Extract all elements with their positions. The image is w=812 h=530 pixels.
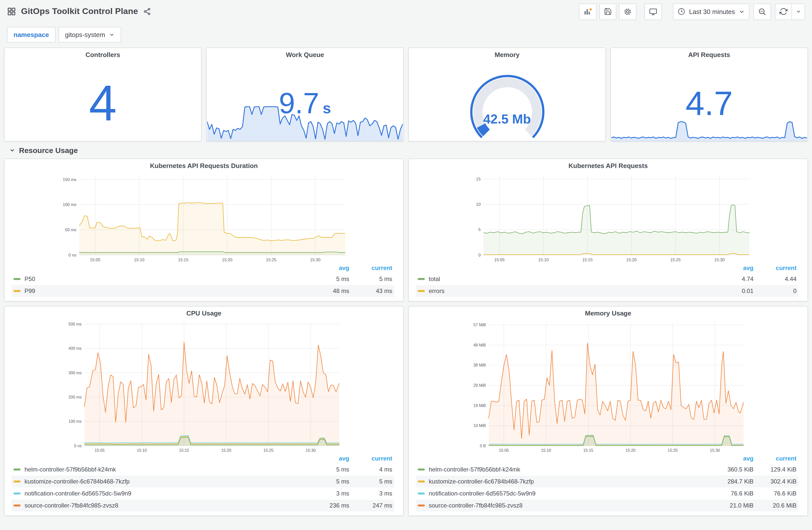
legend-series-label[interactable]: total xyxy=(418,276,704,282)
legend-col-avg[interactable]: avg xyxy=(299,455,349,462)
panel-title[interactable]: CPU Usage xyxy=(4,307,403,320)
legend-current-value: 4 ms xyxy=(349,466,392,473)
legend-series-label[interactable]: P99 xyxy=(14,288,299,294)
legend-series-label[interactable]: notification-controller-6d56575dc-5w9n9 xyxy=(14,490,299,497)
stat-value-memory: 42.5 Mb xyxy=(409,112,605,127)
panel-cpu-usage: CPU Usage 15:0515:1015:1515:2015:2515:30… xyxy=(4,306,404,516)
svg-text:29 MiB: 29 MiB xyxy=(473,383,486,387)
legend-series-label[interactable]: helm-controller-57f9b56bbf-k24mk xyxy=(418,466,704,473)
svg-text:15:05: 15:05 xyxy=(95,448,104,453)
series-color-dash xyxy=(14,481,20,483)
legend-col-current[interactable]: current xyxy=(349,265,392,271)
submenu: namespace gitops-system xyxy=(0,23,812,47)
cycle-view-mode-button[interactable] xyxy=(644,3,662,20)
svg-text:0 B: 0 B xyxy=(480,443,486,448)
panel-title[interactable]: Memory xyxy=(409,48,605,61)
variable-namespace-label[interactable]: namespace xyxy=(7,27,56,43)
legend-col-avg[interactable]: avg xyxy=(704,455,753,462)
legend-series-label[interactable]: errors xyxy=(418,288,704,294)
legend-current-value: 4.44 xyxy=(753,276,797,282)
svg-text:57 MiB: 57 MiB xyxy=(473,323,486,327)
svg-text:10: 10 xyxy=(476,202,481,207)
panel-work-queue: Work Queue 9.7 s xyxy=(206,47,404,142)
legend: avgcurrenttotal4.744.44errors0.010 xyxy=(409,263,808,301)
svg-text:15:30: 15:30 xyxy=(306,448,316,453)
variable-namespace-value[interactable]: gitops-system xyxy=(59,27,121,43)
time-range-picker[interactable]: Last 30 minutes xyxy=(673,3,750,20)
legend-col-current[interactable]: current xyxy=(753,265,797,271)
svg-text:19 MiB: 19 MiB xyxy=(473,403,486,408)
legend-row: source-controller-7fb84fc985-zvsz821.0 M… xyxy=(416,500,798,512)
legend-col-current[interactable]: current xyxy=(753,455,797,462)
legend-series-label[interactable]: kustomize-controller-6c6784b468-7kzfp xyxy=(14,478,299,485)
chevron-down-icon xyxy=(9,147,15,153)
panel-title[interactable]: API Requests xyxy=(611,48,808,61)
stats-row: Controllers 4 Work Queue 9.7 s Memory xyxy=(4,47,808,142)
legend-row: helm-controller-57f9b56bbf-k24mk5 ms4 ms xyxy=(12,463,394,475)
stat-value-controllers: 4 xyxy=(89,74,117,132)
panel-title[interactable]: Kubernetes API Requests xyxy=(409,159,808,173)
series-color-dash xyxy=(14,290,20,292)
legend-avg-value: 4.74 xyxy=(704,276,753,282)
k8s-api-requests-chart: 15:0515:1015:1515:2015:2515:30051015 xyxy=(409,173,808,263)
legend: avgcurrentP505 ms5 msP9948 ms43 ms xyxy=(4,263,403,301)
panel-title[interactable]: Kubernetes API Requests Duration xyxy=(4,159,403,173)
svg-text:15:10: 15:10 xyxy=(538,257,549,262)
dashboards-grid-icon[interactable] xyxy=(7,7,16,16)
legend-header: avgcurrent xyxy=(12,263,394,273)
svg-text:0 ns: 0 ns xyxy=(74,443,82,448)
panel-k8s-api-requests: Kubernetes API Requests 15:0515:1015:151… xyxy=(408,159,808,301)
save-dashboard-button[interactable] xyxy=(599,3,617,20)
svg-text:15:25: 15:25 xyxy=(668,448,678,453)
legend-row: notification-controller-6d56575dc-5w9n97… xyxy=(416,487,798,500)
grafana-dashboard: GitOps Toolkit Control Plane xyxy=(0,0,812,530)
chevron-down-icon xyxy=(109,32,115,38)
dashboard-settings-button[interactable] xyxy=(619,3,636,20)
legend-avg-value: 76.6 KiB xyxy=(704,490,753,497)
legend-series-label[interactable]: notification-controller-6d56575dc-5w9n9 xyxy=(418,490,704,497)
panel-api-requests: API Requests 4.7 xyxy=(610,47,808,142)
legend-series-label[interactable]: kustomize-controller-6c6784b468-7kzfp xyxy=(418,478,704,485)
legend-col-avg[interactable]: avg xyxy=(704,265,753,271)
svg-text:15:20: 15:20 xyxy=(222,257,232,262)
panel-title[interactable]: Work Queue xyxy=(207,48,403,61)
svg-text:150 ms: 150 ms xyxy=(63,177,76,182)
legend-series-label[interactable]: source-controller-7fb84fc985-zvsz8 xyxy=(14,502,299,509)
svg-text:300 ms: 300 ms xyxy=(69,370,82,375)
legend-series-label[interactable]: P50 xyxy=(14,276,299,282)
panel-controllers: Controllers 4 xyxy=(4,47,202,142)
row-resource-usage[interactable]: Resource Usage xyxy=(4,142,808,159)
svg-text:15:25: 15:25 xyxy=(263,448,273,453)
series-color-dash xyxy=(418,469,425,471)
legend-current-value: 0 xyxy=(753,288,797,294)
legend-series-label[interactable]: source-controller-7fb84fc985-zvsz8 xyxy=(418,502,704,509)
legend: avgcurrenthelm-controller-57f9b56bbf-k24… xyxy=(409,454,808,515)
dashboard-title: GitOps Toolkit Control Plane xyxy=(21,6,138,16)
svg-text:0 ns: 0 ns xyxy=(69,253,76,257)
panel-k8s-api-requests-duration: Kubernetes API Requests Duration 15:0515… xyxy=(4,159,404,301)
legend-series-label[interactable]: helm-controller-57f9b56bbf-k24mk xyxy=(14,466,299,473)
legend-avg-value: 21.0 MiB xyxy=(704,502,753,509)
refresh-button[interactable] xyxy=(775,3,792,20)
svg-text:15:20: 15:20 xyxy=(221,448,231,453)
legend-row: P9948 ms43 ms xyxy=(12,285,394,297)
share-icon[interactable] xyxy=(143,8,151,15)
panel-title[interactable]: Memory Usage xyxy=(409,307,808,320)
panel-title[interactable]: Controllers xyxy=(4,48,201,61)
legend-current-value: 129.4 KiB xyxy=(753,466,797,473)
legend-col-current[interactable]: current xyxy=(349,455,392,462)
legend-current-value: 43 ms xyxy=(349,288,392,294)
legend-header: avgcurrent xyxy=(416,454,798,463)
zoom-out-time-button[interactable] xyxy=(753,3,771,20)
time-range-label: Last 30 minutes xyxy=(689,8,735,15)
refresh-interval-dropdown[interactable] xyxy=(792,3,805,20)
legend-col-avg[interactable]: avg xyxy=(299,265,349,271)
svg-text:15:30: 15:30 xyxy=(310,257,320,262)
add-panel-button[interactable] xyxy=(579,3,597,20)
legend-header: avgcurrent xyxy=(416,263,798,273)
series-color-dash xyxy=(418,504,425,506)
legend-row: notification-controller-6d56575dc-5w9n93… xyxy=(12,487,394,500)
svg-text:38 MiB: 38 MiB xyxy=(473,363,486,367)
memory-gauge xyxy=(445,63,570,139)
svg-text:15:25: 15:25 xyxy=(670,257,681,262)
